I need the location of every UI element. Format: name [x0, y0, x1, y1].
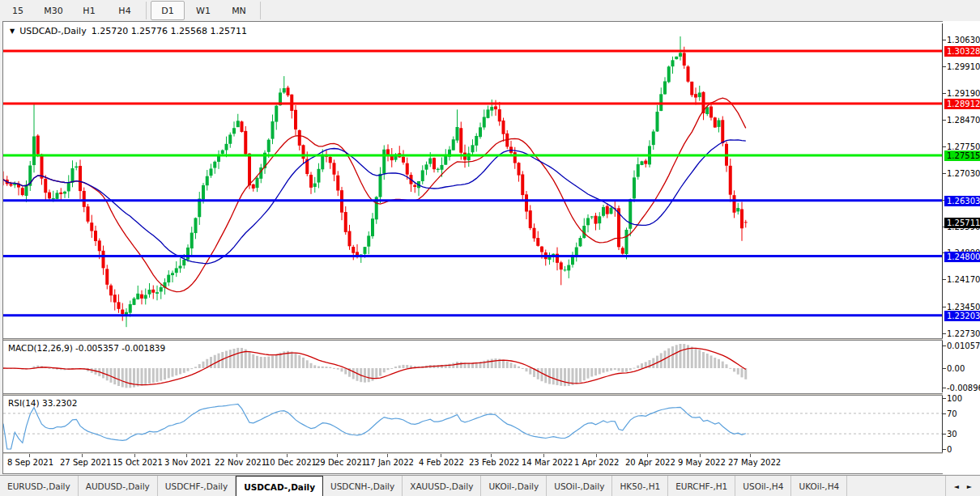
tab-usoil[interactable]: USOil-,Daily — [547, 476, 612, 496]
date-tick-mark — [491, 454, 492, 457]
date-tick-label: 14 Mar 2022 — [522, 458, 573, 467]
level-price-badge: 1.26303 — [944, 196, 980, 206]
symbol-tabbar: EURUSD-,DailyAUDUSD-,DailyUSDCHF-,DailyU… — [0, 475, 980, 496]
date-tick-mark — [134, 454, 135, 457]
tab-ukoil[interactable]: UKOil-,H4 — [791, 476, 847, 496]
date-tick-label: 10 Dec 2021 — [265, 458, 317, 467]
date-tick-mark — [29, 454, 30, 457]
tab-eurusd[interactable]: EURUSD-,Daily — [0, 476, 79, 496]
date-tick-label: 3 Nov 2021 — [164, 458, 211, 467]
price-tick: 1.30630 — [947, 35, 980, 45]
date-axis: 8 Sep 202127 Sep 202115 Oct 20213 Nov 20… — [3, 454, 943, 473]
rsi-axis-tick: 30 — [947, 429, 957, 439]
date-tick-mark — [236, 454, 237, 457]
level-price-badge: 1.28912 — [944, 99, 980, 109]
date-tick-label: 27 Sep 2021 — [60, 458, 111, 467]
date-tick-label: 1 Apr 2022 — [574, 458, 619, 467]
tab-audusd[interactable]: AUDUSD-,Daily — [79, 476, 158, 496]
tab-xauusd[interactable]: XAUUSD-,Daily — [403, 476, 481, 496]
date-tick-label: 17 Jan 2022 — [365, 458, 414, 467]
date-tick-label: 15 Oct 2021 — [113, 458, 163, 467]
price-axis: 1.306301.299101.291901.284701.277501.270… — [943, 21, 980, 474]
rsi-axis-tick: 0 — [947, 444, 952, 455]
date-tick-mark — [543, 454, 544, 457]
tab-usoil[interactable]: USOil-,H4 — [735, 476, 791, 496]
date-tick-mark — [441, 454, 441, 457]
trading-app: 15M30H1H4D1W1MN ▼ USDCAD-,Daily 1.25720 … — [0, 0, 980, 496]
chart-ohlc-values: 1.25720 1.25776 1.25568 1.25711 — [92, 26, 247, 36]
price-tick: 1.29190 — [947, 88, 980, 99]
rsi-label: RSI(14) 33.2302 — [8, 398, 77, 408]
rsi-axis-tick: 100 — [947, 393, 962, 404]
date-tick-mark — [186, 454, 187, 457]
macd-axis-tick: 0.010578 — [947, 341, 980, 351]
date-tick-label: 9 May 2022 — [678, 458, 726, 467]
price-tick: 1.22730 — [947, 329, 980, 339]
date-tick-mark — [337, 454, 338, 457]
macd-axis-tick: 0.00 — [947, 363, 965, 374]
toolbar-separator — [146, 2, 147, 19]
level-price-badge: 1.30328 — [944, 46, 980, 57]
tab-scroll-right-icon[interactable]: ► — [967, 483, 972, 490]
timeframe-button-h4[interactable]: H4 — [108, 1, 142, 20]
level-price-badge: 1.24800 — [944, 252, 980, 262]
timeframe-toolbar: 15M30H1H4D1W1MN — [0, 0, 980, 21]
macd-axis-tick: -0.00896 — [947, 383, 980, 393]
timeframe-button-mn[interactable]: MN — [222, 1, 256, 20]
date-tick-mark — [700, 454, 701, 457]
tab-eurchf[interactable]: EURCHF-,H1 — [668, 476, 735, 496]
date-tick-label: 8 Sep 2021 — [7, 458, 53, 467]
date-tick-label: 29 Dec 2021 — [315, 458, 367, 467]
date-tick-mark — [596, 454, 597, 457]
tab-usdcad[interactable]: USDCAD-,Daily — [236, 476, 323, 496]
price-tick: 1.29910 — [947, 61, 980, 72]
current-price-badge: 1.25711 — [944, 218, 980, 228]
tab-usdcnh[interactable]: USDCNH-,Daily — [323, 476, 403, 496]
rsi-panel[interactable] — [3, 396, 943, 452]
timeframe-button-m30[interactable]: M30 — [36, 1, 70, 20]
date-tick-label: 20 Apr 2022 — [625, 458, 675, 467]
tab-ukoil[interactable]: UKOil-,Daily — [481, 476, 547, 496]
rsi-axis-tick: 70 — [947, 409, 957, 419]
date-tick-label: 4 Feb 2022 — [419, 458, 464, 467]
date-tick-mark — [647, 454, 648, 457]
date-tick-mark — [387, 454, 388, 457]
tab-usdchf[interactable]: USDCHF-,Daily — [158, 476, 236, 496]
level-price-badge: 1.23203 — [944, 311, 980, 321]
price-tick: 1.27030 — [947, 168, 980, 179]
tab-scroll-left-icon[interactable]: ◄ — [954, 483, 959, 490]
date-tick-label: 27 May 2022 — [728, 458, 781, 467]
timeframe-button-h1[interactable]: H1 — [72, 1, 106, 20]
main-chart[interactable] — [3, 23, 943, 338]
tab-scroll-controls: ◄► — [945, 476, 980, 496]
chart-symbol-label: USDCAD-,Daily — [19, 26, 86, 36]
level-price-badge: 1.27515 — [944, 150, 980, 161]
date-tick-mark — [750, 454, 751, 457]
tab-hk50[interactable]: HK50-,H1 — [612, 476, 668, 496]
chevron-down-icon[interactable]: ▼ — [10, 28, 15, 35]
date-tick-mark — [82, 454, 83, 457]
date-tick-mark — [287, 454, 288, 457]
toolbar-separator — [260, 2, 261, 19]
price-tick: 1.28470 — [947, 115, 980, 125]
price-tick: 1.24170 — [947, 274, 980, 285]
date-tick-label: 23 Feb 2022 — [469, 458, 519, 467]
timeframe-button-d1[interactable]: D1 — [151, 1, 185, 20]
timeframe-button-15[interactable]: 15 — [1, 1, 35, 20]
macd-label: MACD(12,26,9) -0.005357 -0.001839 — [8, 343, 165, 353]
timeframe-button-w1[interactable]: W1 — [186, 1, 220, 20]
date-tick-label: 22 Nov 2021 — [215, 458, 266, 467]
chart-title: ▼ USDCAD-,Daily 1.25720 1.25776 1.25568 … — [10, 26, 247, 36]
